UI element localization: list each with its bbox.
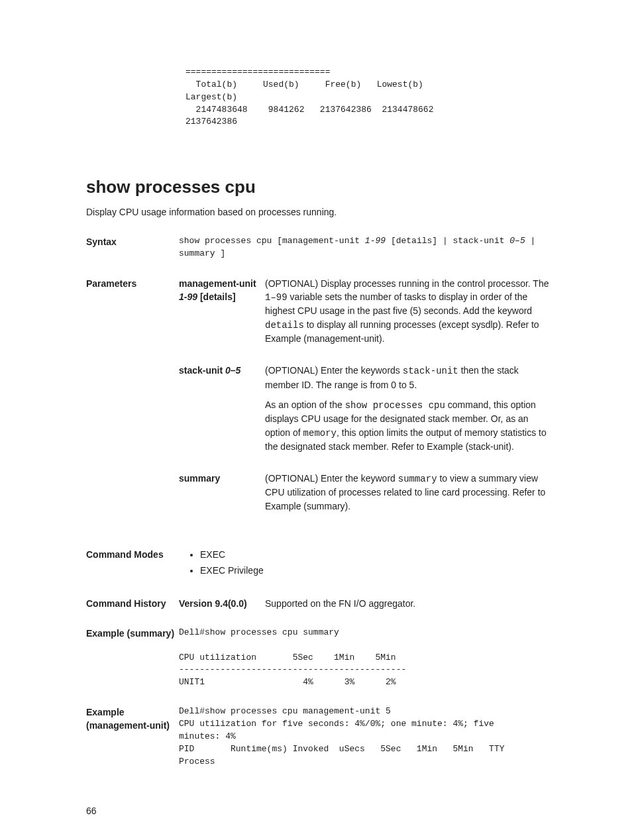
command-history-label: Command History bbox=[86, 597, 179, 610]
history-desc: Supported on the FN I/O aggregator. bbox=[265, 597, 415, 610]
example-summary-content: Dell#show processes cpu summary CPU util… bbox=[179, 627, 553, 689]
section-intro: Display CPU usage information based on p… bbox=[86, 205, 553, 219]
mode-item: EXEC bbox=[200, 548, 553, 561]
example-summary-row: Example (summary) Dell#show processes cp… bbox=[86, 627, 553, 689]
param-desc: (OPTIONAL) Enter the keyword summary to … bbox=[265, 472, 553, 519]
example-mgmt-row: Example (management-unit) Dell#show proc… bbox=[86, 706, 553, 768]
syntax-label: Syntax bbox=[86, 235, 179, 248]
example-mgmt-content: Dell#show processes cpu management-unit … bbox=[179, 706, 553, 768]
page-number: 66 bbox=[86, 804, 553, 817]
param-name: management-unit 1-99 [details] bbox=[179, 277, 265, 304]
parameters-label: Parameters bbox=[86, 277, 179, 290]
command-history-content: Version 9.4(0.0) Supported on the FN I/O… bbox=[179, 597, 553, 610]
parameters-row: Parameters management-unit 1-99 [details… bbox=[86, 277, 553, 531]
mode-item: EXEC Privilege bbox=[200, 564, 553, 577]
top-memory-block: ============================ Total(b) Us… bbox=[185, 66, 553, 129]
command-history-row: Command History Version 9.4(0.0) Support… bbox=[86, 597, 553, 610]
param-row: stack-unit 0–5(OPTIONAL) Enter the keywo… bbox=[179, 364, 553, 460]
parameters-content: management-unit 1-99 [details](OPTIONAL)… bbox=[179, 277, 553, 531]
history-version: Version 9.4(0.0) bbox=[179, 597, 265, 610]
command-modes-content: EXECEXEC Privilege bbox=[179, 548, 553, 580]
param-name: summary bbox=[179, 472, 265, 485]
example-summary-label: Example (summary) bbox=[86, 627, 179, 640]
command-modes-label: Command Modes bbox=[86, 548, 179, 561]
command-modes-row: Command Modes EXECEXEC Privilege bbox=[86, 548, 553, 580]
example-mgmt-label: Example (management-unit) bbox=[86, 706, 179, 733]
section-heading: show processes cpu bbox=[86, 175, 553, 200]
syntax-content: show processes cpu [management-unit 1-99… bbox=[179, 235, 553, 260]
syntax-row: Syntax show processes cpu [management-un… bbox=[86, 235, 553, 260]
param-desc: (OPTIONAL) Display processes running in … bbox=[265, 277, 553, 352]
param-name: stack-unit 0–5 bbox=[179, 364, 265, 377]
param-row: summary(OPTIONAL) Enter the keyword summ… bbox=[179, 472, 553, 519]
param-desc: (OPTIONAL) Enter the keywords stack-unit… bbox=[265, 364, 553, 460]
param-row: management-unit 1-99 [details](OPTIONAL)… bbox=[179, 277, 553, 352]
